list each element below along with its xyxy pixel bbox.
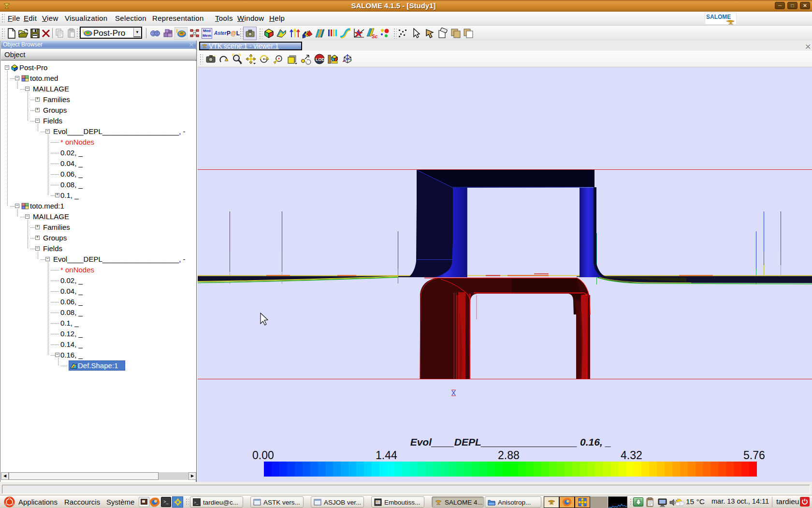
svg-text:Sc: Sc (372, 34, 378, 39)
svg-text:LOD: LOD (316, 57, 325, 62)
svg-text:>_: >_ (194, 500, 199, 505)
